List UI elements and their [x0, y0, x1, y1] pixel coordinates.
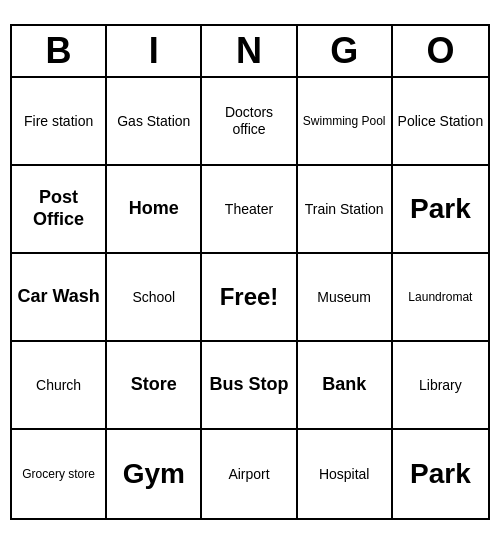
header-letter: B [12, 26, 107, 76]
bingo-grid: Fire stationGas StationDoctors officeSwi… [12, 78, 488, 518]
bingo-card: BINGO Fire stationGas StationDoctors off… [10, 24, 490, 520]
bingo-cell: Home [107, 166, 202, 254]
bingo-cell: Grocery store [12, 430, 107, 518]
bingo-cell: Car Wash [12, 254, 107, 342]
bingo-cell: Gym [107, 430, 202, 518]
bingo-cell: Bus Stop [202, 342, 297, 430]
bingo-cell: Library [393, 342, 488, 430]
bingo-cell: Police Station [393, 78, 488, 166]
bingo-cell: Hospital [298, 430, 393, 518]
bingo-cell: Post Office [12, 166, 107, 254]
bingo-cell: Airport [202, 430, 297, 518]
bingo-cell: Free! [202, 254, 297, 342]
bingo-cell: Bank [298, 342, 393, 430]
header-letter: O [393, 26, 488, 76]
bingo-cell: Store [107, 342, 202, 430]
bingo-cell: Museum [298, 254, 393, 342]
bingo-cell: Church [12, 342, 107, 430]
header-letter: N [202, 26, 297, 76]
bingo-cell: Theater [202, 166, 297, 254]
bingo-cell: Train Station [298, 166, 393, 254]
header-letter: G [298, 26, 393, 76]
bingo-header: BINGO [12, 26, 488, 78]
header-letter: I [107, 26, 202, 76]
bingo-cell: Park [393, 430, 488, 518]
bingo-cell: Gas Station [107, 78, 202, 166]
bingo-cell: Fire station [12, 78, 107, 166]
bingo-cell: School [107, 254, 202, 342]
bingo-cell: Laundromat [393, 254, 488, 342]
bingo-cell: Doctors office [202, 78, 297, 166]
bingo-cell: Park [393, 166, 488, 254]
bingo-cell: Swimming Pool [298, 78, 393, 166]
